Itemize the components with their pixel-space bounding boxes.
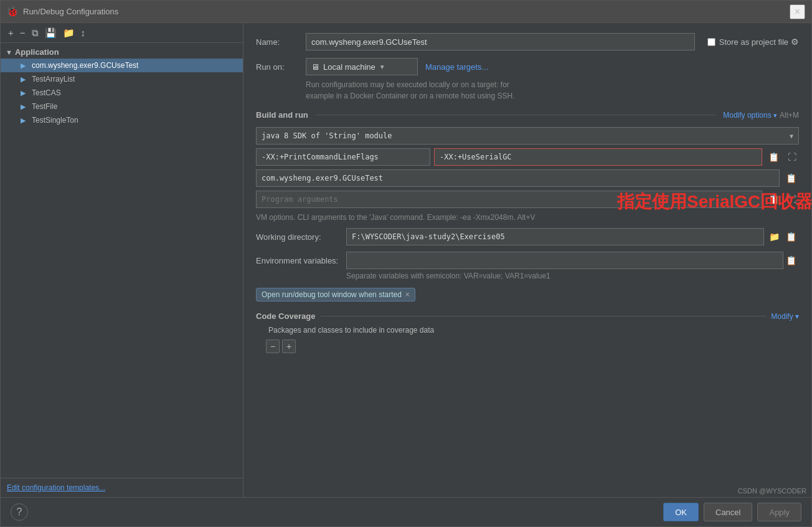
local-machine-label: Local machine — [323, 62, 375, 72]
code-coverage-divider — [320, 316, 766, 316]
tree-group-application[interactable]: ▼ Application — [1, 45, 243, 59]
app-icon-2: ▶ — [18, 88, 28, 98]
remove-config-button[interactable]: − — [17, 27, 28, 39]
program-args-expand-icon[interactable]: ⛶ — [785, 194, 799, 205]
program-args-input[interactable] — [256, 191, 762, 208]
name-label: Name: — [256, 37, 306, 47]
code-coverage-modify-link[interactable]: Modify ▾ — [771, 312, 799, 321]
build-run-area: java 8 SDK of 'String' module ▼ 📋 ⛶ 📋 — [256, 127, 799, 208]
ok-button[interactable]: OK — [663, 503, 699, 521]
app-icon-3: ▶ — [18, 102, 28, 112]
vm-options-input[interactable] — [256, 148, 430, 166]
tags-area: Open run/debug tool window when started … — [256, 288, 799, 301]
group-label: Application — [15, 47, 59, 57]
sdk-row: java 8 SDK of 'String' module ▼ — [256, 127, 799, 145]
code-coverage-section-header: Code Coverage Modify ▾ — [256, 311, 799, 321]
open-tool-window-tag: Open run/debug tool window when started … — [256, 288, 415, 301]
coverage-add-button[interactable]: + — [282, 339, 296, 353]
store-project-checkbox[interactable] — [707, 38, 715, 46]
run-hint: Run configurations may be executed local… — [306, 79, 799, 102]
dialog-title: Run/Debug Configurations — [23, 7, 790, 16]
vm-options-hint: VM options. CLI arguments to the 'Java' … — [256, 213, 799, 222]
working-dir-buttons: 📁 📋 — [767, 231, 799, 242]
cancel-button[interactable]: Cancel — [704, 503, 752, 521]
modify-options-arrow: ▾ — [773, 112, 777, 119]
tree-item-4[interactable]: ▶ TestSingleTon — [1, 113, 243, 127]
store-project-label[interactable]: Store as project file — [719, 37, 788, 47]
main-class-copy-icon[interactable]: 📋 — [783, 173, 799, 184]
modify-arrow-icon: ▾ — [795, 312, 799, 321]
program-args-copy-icon[interactable]: 📋 — [766, 194, 781, 205]
tree-item-2[interactable]: ▶ TestCAS — [1, 86, 243, 100]
vm-options-expand-icon[interactable]: ⛶ — [785, 151, 799, 163]
working-dir-row: Working directory: 📁 📋 — [256, 228, 799, 245]
edit-templates-link[interactable]: Edit configuration templates... — [1, 478, 243, 497]
env-vars-row: Environment variables: 📋 — [256, 252, 799, 269]
bottom-bar: ? OK Cancel Apply — [1, 497, 811, 526]
move-config-button[interactable]: 📁 — [60, 27, 77, 39]
vm-options-row: 📋 ⛶ — [256, 148, 799, 166]
tree-item-3[interactable]: ▶ TestFile — [1, 100, 243, 113]
close-button[interactable]: × — [790, 4, 805, 19]
tree-item-0[interactable]: ▶ com.wysheng.exer9.GCUseTest — [1, 59, 243, 72]
tree-item-1[interactable]: ▶ TestArrayList — [1, 72, 243, 86]
apply-button[interactable]: Apply — [757, 503, 801, 521]
tree-item-label-3: TestFile — [32, 102, 57, 111]
tag-close-icon[interactable]: × — [405, 291, 410, 298]
env-vars-hint: Separate variables with semicolon: VAR=v… — [346, 272, 799, 280]
sdk-label: java 8 SDK of 'String' module — [262, 131, 392, 140]
help-button[interactable]: ? — [11, 503, 28, 521]
group-arrow-icon: ▼ — [6, 49, 12, 56]
tree-item-label-0: com.wysheng.exer9.GCUseTest — [32, 61, 138, 70]
coverage-remove-button[interactable]: − — [266, 339, 280, 353]
run-on-row: Run on: 🖥 Local machine ▼ Manage targets… — [256, 58, 799, 75]
main-class-input[interactable] — [256, 169, 780, 187]
modify-options-shortcut: Alt+M — [780, 111, 799, 120]
store-project-row: Store as project file ⚙ — [695, 37, 799, 47]
coverage-add-remove-buttons: − + — [266, 339, 799, 353]
section-divider — [316, 115, 715, 115]
working-dir-label: Working directory: — [256, 232, 346, 242]
title-bar: 🐞 Run/Debug Configurations × — [1, 1, 811, 23]
code-coverage-title: Code Coverage — [256, 311, 315, 321]
run-debug-dialog: 🐞 Run/Debug Configurations × + − ⧉ 💾 📁 ↕… — [0, 0, 812, 527]
app-icon-0: ▶ — [18, 60, 28, 70]
store-project-gear-icon[interactable]: ⚙ — [791, 37, 799, 47]
config-tree: ▼ Application ▶ com.wysheng.exer9.GCUseT… — [1, 43, 243, 478]
working-dir-input[interactable] — [346, 228, 764, 245]
build-run-section-header: Build and run Modify options ▾ Alt+M — [256, 110, 799, 120]
run-on-dropdown[interactable]: 🖥 Local machine ▼ — [306, 58, 418, 75]
vm-options-copy-icon[interactable]: 📋 — [766, 151, 781, 163]
copy-config-button[interactable]: ⧉ — [29, 27, 41, 39]
modify-options-link[interactable]: Modify options ▾ — [723, 111, 777, 120]
packages-label: Packages and classes to include in cover… — [268, 326, 799, 335]
vm-options-highlight-input[interactable] — [434, 148, 762, 166]
tree-item-label-4: TestSingleTon — [32, 116, 78, 125]
working-dir-copy-icon[interactable]: 📋 — [783, 231, 799, 242]
env-vars-input[interactable] — [346, 252, 783, 269]
sort-config-button[interactable]: ↕ — [78, 27, 88, 39]
main-content: + − ⧉ 💾 📁 ↕ ▼ Application ▶ com.wysheng.… — [1, 23, 811, 497]
env-vars-label: Environment variables: — [256, 256, 346, 265]
watermark: CSDN @WYSCODER — [738, 487, 806, 495]
app-icon-1: ▶ — [18, 74, 28, 84]
name-input[interactable] — [306, 33, 695, 50]
save-config-button[interactable]: 💾 — [42, 27, 59, 39]
right-panel: 指定使用SerialGC回收器 Name: Store as project f… — [243, 23, 811, 497]
sdk-dropdown-arrow-icon: ▼ — [790, 133, 793, 140]
sdk-dropdown[interactable]: java 8 SDK of 'String' module ▼ — [256, 127, 799, 145]
add-config-button[interactable]: + — [6, 27, 16, 39]
run-on-label: Run on: — [256, 62, 306, 72]
working-dir-folder-icon[interactable]: 📁 — [767, 231, 782, 242]
env-vars-copy-icon[interactable]: 📋 — [783, 255, 799, 266]
local-machine-icon: 🖥 — [311, 62, 319, 72]
program-args-row: 📋 ⛶ — [256, 191, 799, 208]
tag-label: Open run/debug tool window when started — [262, 290, 402, 299]
app-icon: 🐞 — [7, 6, 18, 17]
dropdown-arrow-icon: ▼ — [379, 64, 385, 70]
tree-item-label-2: TestCAS — [32, 88, 61, 97]
app-icon-4: ▶ — [18, 115, 28, 125]
manage-targets-link[interactable]: Manage targets... — [425, 62, 488, 72]
build-run-title: Build and run — [256, 110, 308, 120]
name-row: Name: Store as project file ⚙ — [256, 33, 799, 50]
